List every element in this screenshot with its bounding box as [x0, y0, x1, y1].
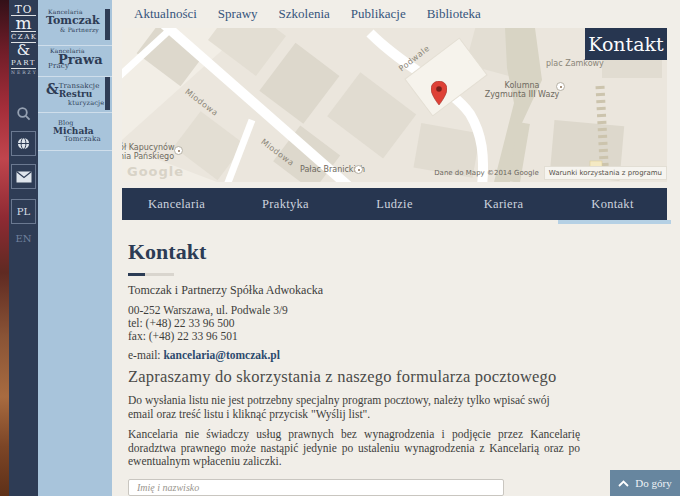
nav-item-sprawy[interactable]: Sprawy — [218, 6, 258, 22]
page-title-banner: Kontakt — [585, 28, 667, 60]
tab-praktyka[interactable]: Praktyka — [231, 188, 340, 220]
sidebar-item-label: Michała — [53, 127, 112, 135]
decorative-photo-strip — [0, 0, 9, 496]
poi-label-line: nia Pańskiego — [122, 152, 177, 161]
logo-line: NERZY — [11, 69, 36, 75]
poi-marker-icon — [556, 82, 565, 91]
place-label-plac-zamkowy: plac Zamkowy — [546, 59, 604, 68]
name-input[interactable] — [128, 479, 504, 496]
map-attribution: Dane do Mapy ©2014 Google — [434, 169, 538, 177]
poi-label-kolumna: Kolumna Zygmunta III Wazy — [482, 81, 562, 99]
sidebar-item-label: & — [46, 82, 59, 96]
section-tabbar: Kancelaria Praktyka Ludzie Kariera Konta… — [122, 188, 667, 224]
contact-content: Kontakt Tomczak i Partnerzy Spółka Adwok… — [128, 240, 583, 496]
active-tab-indicator — [558, 220, 671, 224]
sidebar-divider — [38, 112, 112, 113]
logo-line: PART — [11, 58, 36, 69]
nav-item-aktualnosci[interactable]: Aktualności — [134, 6, 197, 22]
sidebar-item-kancelaria-prawa-pracy[interactable]: Kancelaria Prawa Pracy — [38, 47, 112, 70]
nav-item-szkolenia[interactable]: Szkolenia — [279, 6, 330, 22]
sidebar-item-label: Tomczak — [46, 15, 112, 26]
top-navigation: Aktualności Sprawy Szkolenia Publikacje … — [134, 6, 481, 22]
poi-label-line: Kolumna — [482, 81, 562, 90]
language-switch-pl[interactable]: PL — [11, 199, 36, 224]
logo-line: & — [11, 43, 36, 58]
search-icon[interactable] — [11, 106, 36, 122]
google-watermark: Google — [127, 164, 184, 179]
tab-kariera[interactable]: Kariera — [449, 188, 558, 220]
chevron-up-icon — [618, 480, 629, 487]
sidebar-item-label: Restru — [59, 90, 100, 99]
logo-line: m — [11, 16, 36, 32]
sidebar-item-label: Tomczaka — [64, 135, 112, 143]
sidebar-divider — [38, 76, 112, 77]
tab-ludzie[interactable]: Ludzie — [340, 188, 449, 220]
form-instructions-paragraph: Do wysłania listu nie jest potrzebny spe… — [128, 393, 578, 421]
map-terms-link[interactable]: Warunki korzystania z programu — [544, 166, 667, 180]
sidebar-item-blog-michala-tomczaka[interactable]: Blog Michała Tomczaka — [38, 119, 112, 143]
form-section-heading: Zapraszamy do skorzystania z naszego for… — [128, 367, 583, 387]
email-label: e-mail: — [128, 349, 163, 361]
fax-line: fax: (+48) 22 33 96 501 — [128, 330, 583, 343]
tab-kancelaria[interactable]: Kancelaria — [122, 188, 231, 220]
nav-item-publikacje[interactable]: Publikacje — [351, 6, 406, 22]
poi-label-line: ół Kapucynów, — [122, 143, 177, 152]
poi-marker-icon — [354, 165, 363, 174]
poi-label-kosciol: ół Kapucynów, nia Pańskiego — [122, 143, 177, 161]
phone-line: tel: (+48) 22 33 96 500 — [128, 317, 583, 330]
back-to-top-button[interactable]: Do góry — [610, 470, 680, 496]
tab-kontakt-active[interactable]: Kontakt — [558, 188, 667, 220]
address-line: 00-252 Warszawa, ul. Podwale 3/9 — [128, 304, 583, 317]
contact-mail-icon[interactable] — [11, 164, 36, 189]
sidebar-item-label: kturyzacje — [68, 99, 112, 107]
map-canvas[interactable]: Miodowa Miodowa Podwale plac Zamkowy Kol… — [122, 28, 667, 182]
company-name: Tomczak i Partnerzy Spółka Adwokacka — [128, 283, 583, 298]
poi-marker-icon — [174, 146, 183, 155]
sidebar-divider — [38, 45, 112, 46]
map-pin-icon — [431, 81, 447, 110]
poi-label-line: Zygmunta III Wazy — [482, 90, 562, 99]
legal-notice-paragraph: Kancelaria nie świadczy usług prawnych b… — [128, 428, 580, 469]
sidebar-divider — [38, 150, 112, 151]
language-globe-icon[interactable] — [11, 131, 36, 156]
email-link[interactable]: kancelaria@tomczak.pl — [163, 349, 279, 361]
language-switch-en[interactable]: EN — [11, 233, 36, 244]
navy-rail: TO m CZAK & PART NERZY PL EN — [9, 0, 38, 496]
sidebar-item-kancelaria-tomczak[interactable]: Kancelaria Tomczak & Partnerzy — [38, 8, 112, 33]
heading-underline — [128, 273, 174, 276]
nav-item-biblioteka[interactable]: Biblioteka — [427, 6, 481, 22]
sidebar-item-transakcje-restrukturyzacje[interactable]: & Transakcje Restru kturyzacje — [38, 82, 112, 107]
back-to-top-label: Do góry — [635, 477, 671, 489]
firm-logo[interactable]: TO m CZAK & PART NERZY — [11, 3, 36, 75]
page-heading: Kontakt — [128, 240, 583, 264]
sidebar-item-label: & Partnerzy — [60, 26, 112, 33]
related-sites-sidebar: Kancelaria Tomczak & Partnerzy Kancelari… — [38, 0, 112, 496]
